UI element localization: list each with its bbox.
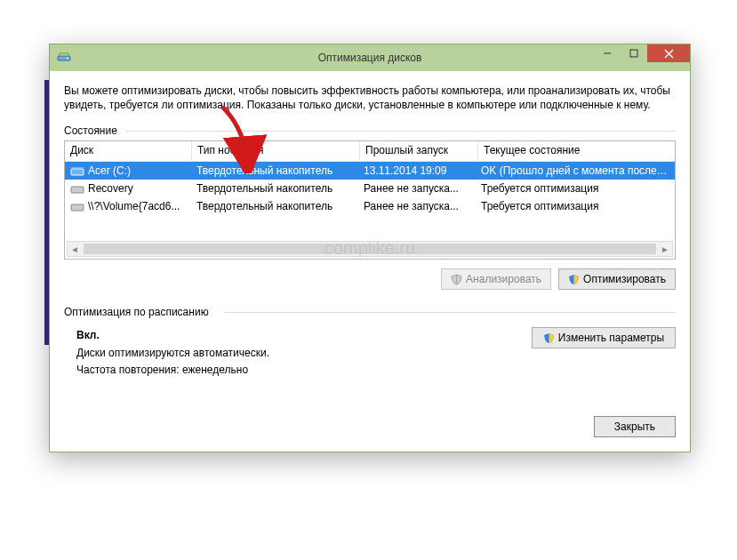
optimize-button[interactable]: Оптимизировать bbox=[558, 268, 676, 290]
close-dialog-button[interactable]: Закрыть bbox=[594, 416, 676, 437]
schedule-line2: Частота повторения: еженедельно bbox=[76, 362, 517, 379]
disk-last-run: 13.11.2014 19:09 bbox=[358, 163, 476, 179]
disk-last-run: Ранее не запуска... bbox=[358, 180, 476, 196]
list-header[interactable]: Диск Тип носителя Прошлый запуск Текущее… bbox=[65, 141, 675, 162]
column-last-run[interactable]: Прошлый запуск bbox=[360, 141, 478, 161]
scroll-thumb[interactable] bbox=[84, 244, 656, 254]
disk-type: Твердотельный накопитель bbox=[191, 198, 358, 214]
svg-rect-8 bbox=[71, 167, 84, 170]
titlebar[interactable]: Оптимизация дисков bbox=[50, 44, 690, 71]
svg-rect-4 bbox=[630, 50, 637, 57]
shield-icon bbox=[543, 332, 555, 344]
status-section-label: Состояние bbox=[64, 124, 676, 137]
disk-name: Recovery bbox=[88, 182, 133, 195]
scroll-left-icon[interactable]: ◄ bbox=[68, 244, 82, 254]
optimize-label: Оптимизировать bbox=[583, 273, 666, 285]
maximize-button[interactable] bbox=[621, 44, 647, 62]
intro-text: Вы можете оптимизировать диски, чтобы по… bbox=[64, 84, 676, 112]
scroll-right-icon[interactable]: ► bbox=[658, 244, 672, 254]
drive-icon bbox=[70, 166, 84, 177]
column-disk[interactable]: Диск bbox=[65, 141, 192, 161]
close-button[interactable] bbox=[647, 44, 690, 62]
disk-type: Твердотельный накопитель bbox=[191, 180, 358, 196]
table-row[interactable]: Acer (C:) Твердотельный накопитель 13.11… bbox=[65, 162, 675, 180]
column-type[interactable]: Тип носителя bbox=[192, 141, 360, 161]
change-settings-label: Изменить параметры bbox=[558, 332, 664, 344]
disk-state: Требуется оптимизация bbox=[476, 180, 675, 196]
shield-icon bbox=[451, 274, 462, 285]
column-current-state[interactable]: Текущее состояние bbox=[478, 141, 675, 161]
analyze-label: Анализировать bbox=[466, 273, 541, 285]
svg-rect-9 bbox=[71, 187, 84, 193]
table-row[interactable]: Recovery Твердотельный накопитель Ранее … bbox=[65, 180, 675, 197]
horizontal-scrollbar[interactable]: ◄ ► bbox=[67, 241, 673, 257]
schedule-line1: Диски оптимизируются автоматически. bbox=[76, 345, 517, 362]
table-row[interactable]: \\?\Volume{7acd6... Твердотельный накопи… bbox=[65, 197, 675, 215]
disk-state: OK (Прошло дней с момента последне... bbox=[476, 163, 675, 179]
analyze-button[interactable]: Анализировать bbox=[441, 268, 551, 290]
disk-name: \\?\Volume{7acd6... bbox=[88, 200, 180, 212]
disk-last-run: Ранее не запуска... bbox=[358, 198, 476, 214]
drives-list[interactable]: Диск Тип носителя Прошлый запуск Текущее… bbox=[64, 140, 676, 260]
svg-rect-7 bbox=[71, 169, 84, 175]
svg-rect-10 bbox=[71, 204, 84, 211]
drive-icon bbox=[70, 184, 84, 195]
schedule-enabled: Вкл. bbox=[76, 327, 517, 344]
schedule-section-label: Оптимизация по расписанию bbox=[64, 306, 676, 318]
disk-state: Требуется оптимизация bbox=[476, 198, 675, 214]
change-settings-button[interactable]: Изменить параметры bbox=[532, 327, 676, 348]
disk-name: Acer (C:) bbox=[88, 164, 131, 177]
optimize-drives-window: Оптимизация дисков Вы можете оптимизиров… bbox=[49, 44, 691, 452]
minimize-button[interactable] bbox=[594, 44, 621, 62]
disk-type: Твердотельный накопитель bbox=[191, 163, 358, 179]
shield-icon bbox=[568, 274, 580, 285]
drive-icon bbox=[70, 202, 84, 212]
